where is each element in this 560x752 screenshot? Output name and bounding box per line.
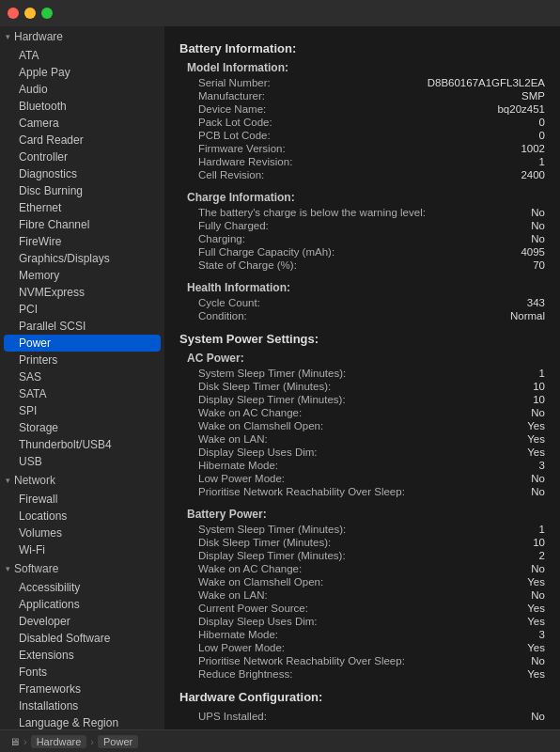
sidebar-item-storage[interactable]: Storage (0, 419, 164, 436)
charging-label: Charging: (179, 233, 245, 244)
sidebar-item-printers[interactable]: Printers (0, 352, 164, 368)
table-row: Full Charge Capacity (mAh): 4095 (179, 245, 545, 258)
sidebar-group-hardware[interactable]: ▾ Hardware (0, 26, 164, 47)
below-warning-label: The battery's charge is below the warnin… (179, 207, 426, 218)
sidebar-item-extensions[interactable]: Extensions (0, 647, 164, 664)
table-row: Hibernate Mode: 3 (179, 628, 545, 641)
breadcrumb: 🖥 › Hardware › Power (0, 729, 560, 752)
sidebar-item-fonts[interactable]: Fonts (0, 664, 164, 681)
sidebar-item-developer[interactable]: Developer (0, 613, 164, 630)
table-row: Display Sleep Timer (Minutes): 10 (179, 393, 545, 406)
bat-wake-ac-label: Wake on AC Change: (179, 563, 302, 574)
table-row: State of Charge (%): 70 (179, 258, 545, 272)
ac-wake-clamshell-label: Wake on Clamshell Open: (179, 420, 323, 431)
sidebar-item-graphicsdisplays[interactable]: Graphics/Displays (0, 250, 164, 267)
sidebar-item-pci[interactable]: PCI (0, 301, 164, 318)
sidebar-item-sas[interactable]: SAS (0, 368, 164, 385)
maximize-button[interactable] (41, 8, 53, 19)
sidebar-item-accessibility[interactable]: Accessibility (0, 579, 164, 596)
fully-charged-value: No (489, 220, 545, 231)
ac-display-sleep-label: Display Sleep Timer (Minutes): (179, 394, 346, 405)
ac-disk-sleep-value: 10 (489, 381, 545, 392)
table-row: Display Sleep Uses Dim: Yes (179, 446, 545, 459)
sidebar-item-cardreader[interactable]: Card Reader (0, 132, 164, 149)
sidebar-item-frameworks[interactable]: Frameworks (0, 681, 164, 697)
bat-display-dim-label: Display Sleep Uses Dim: (179, 616, 318, 627)
sidebar-item-nvmexpress[interactable]: NVMExpress (0, 284, 164, 301)
main-layout: ▾ Hardware ATA Apple Pay Audio Bluetooth… (0, 26, 560, 729)
sidebar-item-discburning[interactable]: Disc Burning (0, 182, 164, 199)
hardware-revision-label: Hardware Revision: (179, 156, 292, 167)
pcb-lot-code-value: 0 (489, 130, 545, 141)
sidebar-item-diagnostics[interactable]: Diagnostics (0, 165, 164, 182)
sidebar-item-fibrechannel[interactable]: Fibre Channel (0, 216, 164, 233)
firmware-version-value: 1002 (489, 143, 545, 154)
table-row: Firmware Version: 1002 (179, 142, 545, 155)
bat-current-power-value: Yes (489, 603, 545, 614)
bat-wake-clamshell-label: Wake on Clamshell Open: (179, 576, 323, 588)
table-row: System Sleep Timer (Minutes): 1 (179, 367, 545, 380)
sidebar-item-camera[interactable]: Camera (0, 115, 164, 132)
serial-number-value: D8B60167A1GFL3L2EA (428, 77, 545, 88)
sidebar-item-usb[interactable]: USB (0, 453, 164, 470)
ac-prioritise-label: Prioritise Network Reachability Over Sle… (179, 486, 405, 497)
bat-wake-ac-value: No (489, 563, 545, 574)
manufacturer-value: SMP (489, 90, 545, 102)
full-charge-capacity-value: 4095 (489, 246, 545, 258)
sidebar-item-locations[interactable]: Locations (0, 508, 164, 525)
battery-power-table: System Sleep Timer (Minutes): 1 Disk Sle… (179, 523, 545, 681)
table-row: Wake on LAN: No (179, 588, 545, 602)
sidebar-item-volumes[interactable]: Volumes (0, 525, 164, 541)
table-row: Reduce Brightness: Yes (179, 667, 545, 681)
ac-prioritise-value: No (489, 486, 545, 497)
sidebar-item-thunderbolt[interactable]: Thunderbolt/USB4 (0, 436, 164, 453)
sidebar-item-ethernet[interactable]: Ethernet (0, 199, 164, 216)
table-row: Cycle Count: 343 (179, 296, 545, 309)
sidebar-group-network[interactable]: ▾ Network (0, 470, 164, 491)
sidebar-item-applepay[interactable]: Apple Pay (0, 64, 164, 81)
state-of-charge-label: State of Charge (%): (179, 259, 297, 271)
full-charge-capacity-label: Full Charge Capacity (mAh): (179, 246, 334, 258)
table-row: PCB Lot Code: 0 (179, 129, 545, 142)
sidebar-group-software[interactable]: ▾ Software (0, 558, 164, 579)
sidebar-item-parallelscsi[interactable]: Parallel SCSI (0, 318, 164, 335)
sidebar-item-firewall[interactable]: Firewall (0, 491, 164, 508)
breadcrumb-hardware[interactable]: Hardware (31, 735, 87, 748)
sidebar-item-disabledsoftware[interactable]: Disabled Software (0, 630, 164, 647)
sidebar-item-sata[interactable]: SATA (0, 385, 164, 402)
sidebar-item-wifi[interactable]: Wi-Fi (0, 541, 164, 558)
manufacturer-label: Manufacturer: (179, 90, 265, 102)
bat-reduce-brightness-value: Yes (489, 668, 545, 680)
battery-power-label: Battery Power: (179, 508, 545, 521)
sidebar-item-firewire[interactable]: FireWire (0, 233, 164, 250)
sidebar-item-installations[interactable]: Installations (0, 697, 164, 714)
condition-label: Condition: (179, 310, 247, 321)
hardware-revision-value: 1 (489, 156, 545, 167)
table-row: Serial Number: D8B60167A1GFL3L2EA (179, 76, 545, 89)
ac-low-power-value: No (489, 473, 545, 484)
sidebar-item-bluetooth[interactable]: Bluetooth (0, 98, 164, 115)
fully-charged-label: Fully Charged: (179, 220, 269, 231)
ac-power-table: System Sleep Timer (Minutes): 1 Disk Sle… (179, 367, 545, 498)
table-row: Device Name: bq20z451 (179, 102, 545, 116)
close-button[interactable] (8, 8, 19, 19)
sidebar-item-audio[interactable]: Audio (0, 81, 164, 98)
sidebar-item-ata[interactable]: ATA (0, 47, 164, 64)
sidebar-item-memory[interactable]: Memory (0, 267, 164, 284)
sidebar-item-controller[interactable]: Controller (0, 149, 164, 165)
bat-low-power-value: Yes (489, 642, 545, 653)
table-row: Cell Revision: 2400 (179, 168, 545, 181)
sidebar-item-power[interactable]: Power (4, 335, 161, 352)
table-row: Wake on Clamshell Open: Yes (179, 419, 545, 432)
table-row: Disk Sleep Timer (Minutes): 10 (179, 536, 545, 549)
table-row: Hardware Revision: 1 (179, 155, 545, 168)
serial-number-label: Serial Number: (179, 77, 271, 88)
sidebar-item-languageregion[interactable]: Language & Region (0, 714, 164, 729)
sidebar-item-spi[interactable]: SPI (0, 402, 164, 419)
breadcrumb-power[interactable]: Power (98, 735, 138, 748)
minimize-button[interactable] (24, 8, 36, 19)
table-row: Display Sleep Timer (Minutes): 2 (179, 549, 545, 562)
sidebar-item-applications[interactable]: Applications (0, 596, 164, 613)
ac-display-sleep-dim-value: Yes (489, 446, 545, 458)
hardware-config-title: Hardware Configuration: (179, 690, 545, 704)
